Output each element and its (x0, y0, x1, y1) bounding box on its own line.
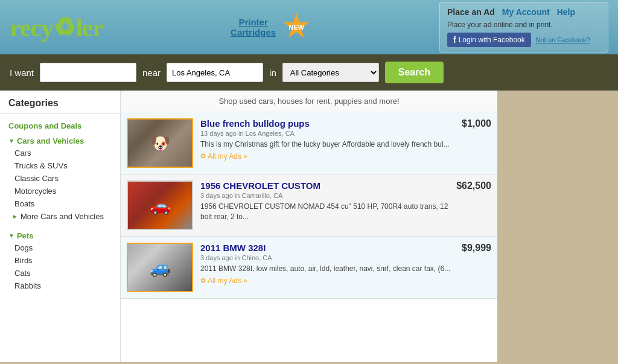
listing-1: 🐶 Blue french bulldog pups 13 days ago i… (121, 112, 497, 174)
listing-2-price: $62,500 (456, 180, 491, 230)
sidebar-item-birds[interactable]: Birds (0, 254, 120, 267)
listing-3-info: 2011 BMW 328I 3 days ago in Chino, CA 20… (200, 243, 454, 292)
right-sidebar (497, 91, 618, 362)
listing-3-image[interactable]: 🚙 (127, 243, 193, 292)
listing-2-info: 1956 CHEVROLET CUSTOM 3 days ago in Cama… (200, 180, 449, 230)
sidebar-item-motorcycles[interactable]: Motorcycles (0, 185, 120, 197)
sidebar-item-rabbits[interactable]: Rabbits (0, 279, 120, 292)
sidebar-item-more-cars[interactable]: ► More Cars and Vehicles (0, 210, 120, 223)
more-cars-arrow-icon: ► (12, 213, 18, 220)
sidebar-pets-header[interactable]: ▼ Pets (0, 228, 120, 241)
listing-1-all-ads[interactable]: ✿ All my Ads » (200, 152, 454, 161)
header-center-row: Printer Cartridges NEW (231, 11, 312, 43)
sidebar-item-trucks[interactable]: Trucks & SUVs (0, 159, 120, 172)
cars-vehicles-arrow-icon: ▼ (8, 138, 14, 144)
listing-3-all-ads[interactable]: ✿ All my Ads » (200, 276, 454, 285)
more-cars-label: More Cars and Vehicles (21, 212, 104, 221)
new-badge-text: NEW (288, 24, 304, 31)
star-icon-1: ✿ (200, 152, 206, 160)
all-ads-text-1: All my Ads » (208, 152, 247, 161)
header: recy♻ler Printer Cartridges NEW Place an… (0, 0, 618, 54)
my-account-link[interactable]: My Account (502, 7, 550, 17)
listing-2-image[interactable]: 🚗 (127, 180, 193, 230)
sidebar-title: Categories (0, 98, 120, 114)
all-ads-text-3: All my Ads » (208, 276, 247, 285)
listing-1-title[interactable]: Blue french bulldog pups (200, 118, 454, 129)
bmw-image: 🚙 (128, 244, 192, 291)
facebook-login-button[interactable]: f Login with Facebook (447, 33, 531, 47)
sidebar-item-cars[interactable]: Cars (0, 147, 120, 159)
pets-arrow-icon: ▼ (8, 232, 14, 239)
not-on-facebook-link[interactable]: Not on Facebook? (536, 36, 590, 43)
content-promo: Shop used cars, houses for rent, puppies… (121, 91, 497, 112)
listing-1-info: Blue french bulldog pups 13 days ago in … (200, 118, 454, 168)
sidebar-cars-vehicles-header[interactable]: ▼ Cars and Vehicles (0, 133, 120, 147)
cars-vehicles-label: Cars and Vehicles (17, 136, 84, 145)
in-label: in (269, 68, 276, 78)
header-right: Place an Ad My Account Help Place your a… (439, 2, 608, 53)
listing-3: 🚙 2011 BMW 328I 3 days ago in Chino, CA … (121, 237, 497, 299)
help-link[interactable]: Help (557, 7, 575, 17)
header-desc: Place your ad online and in print. (447, 21, 600, 29)
listing-1-image[interactable]: 🐶 (127, 118, 193, 168)
sidebar-item-dogs[interactable]: Dogs (0, 241, 120, 254)
search-input[interactable] (40, 63, 136, 82)
sidebar-coupons-link[interactable]: Coupons and Deals (0, 119, 120, 133)
printer-cartridges-link[interactable]: Printer Cartridges (231, 17, 276, 37)
listing-3-meta: 3 days ago in Chino, CA (200, 254, 454, 261)
search-bar: I want near in All Categories Search (0, 54, 618, 91)
listing-2-meta: 3 days ago in Camarillo, CA (200, 192, 449, 199)
listing-2: 🚗 1956 CHEVROLET CUSTOM 3 days ago in Ca… (121, 174, 497, 237)
header-right-top: Place an Ad My Account Help (447, 7, 600, 17)
car-image: 🚗 (128, 182, 192, 229)
listing-3-desc: 2011 BMW 328I, low miles, auto, air, ldd… (200, 264, 454, 274)
listing-2-desc: 1956 CHEVROLET CUSTOM NOMAD 454 cu" 510 … (200, 202, 449, 222)
place-ad-button[interactable]: Place an Ad (447, 7, 495, 17)
near-label: near (142, 68, 161, 78)
logo[interactable]: recy♻ler (10, 13, 103, 42)
listing-1-desc: This is my Christmas gift for the lucky … (200, 139, 454, 150)
i-want-label: I want (10, 68, 34, 78)
dog-image: 🐶 (128, 120, 192, 167)
fb-login-label: Login with Facebook (459, 36, 525, 44)
category-select[interactable]: All Categories (282, 63, 379, 82)
listing-3-title[interactable]: 2011 BMW 328I (200, 243, 454, 253)
header-right-bottom: f Login with Facebook Not on Facebook? (447, 33, 600, 47)
fb-icon: f (453, 35, 456, 45)
sidebar-item-cats[interactable]: Cats (0, 267, 120, 279)
star-icon-3: ✿ (200, 276, 206, 284)
content-area: Shop used cars, houses for rent, puppies… (121, 91, 497, 362)
listing-2-title[interactable]: 1956 CHEVROLET CUSTOM (200, 180, 449, 191)
listing-1-meta: 13 days ago in Los Angeles, CA (200, 130, 454, 137)
main: Categories Coupons and Deals ▼ Cars and … (0, 91, 618, 362)
listing-1-price: $1,000 (462, 118, 491, 168)
search-button[interactable]: Search (385, 62, 444, 83)
pets-label: Pets (17, 231, 33, 240)
location-input[interactable] (167, 63, 263, 82)
sidebar-item-boats[interactable]: Boats (0, 197, 120, 210)
listing-3-price: $9,999 (462, 243, 491, 292)
sidebar: Categories Coupons and Deals ▼ Cars and … (0, 91, 121, 362)
header-center: Printer Cartridges NEW (231, 11, 312, 43)
new-badge: NEW (281, 11, 312, 43)
sidebar-item-classic-cars[interactable]: Classic Cars (0, 172, 120, 185)
